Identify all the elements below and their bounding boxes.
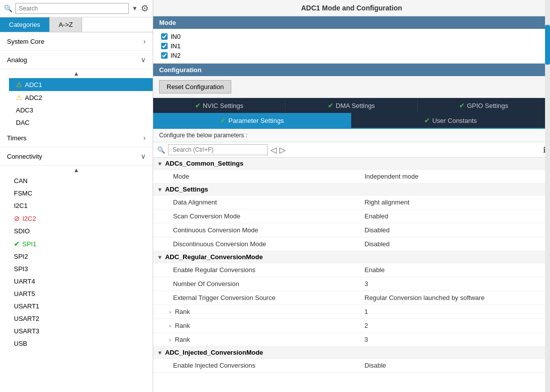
search-params-bar: 🔍 ◁ ▷ ℹ <box>153 142 550 158</box>
analog-collapse-arrow[interactable]: ▲ <box>0 69 153 78</box>
category-connectivity[interactable]: Connectivity ∨ <box>0 147 153 166</box>
param-row-mode: Mode Independent mode <box>153 170 550 184</box>
sidebar-item-usart3[interactable]: USART3 <box>7 325 153 337</box>
param-value-mode: Independent mode <box>361 171 550 182</box>
rank-expand-2[interactable]: › <box>153 323 171 329</box>
param-name-discont-conv: Discontinuous Conversion Mode <box>153 239 361 249</box>
param-value-cont-conv: Disabled <box>361 225 550 235</box>
adc2-label: ADC2 <box>25 94 42 101</box>
tab-parameter-settings[interactable]: ✔ Parameter Settings <box>153 113 352 128</box>
reset-configuration-button[interactable]: Reset Configuration <box>159 80 231 94</box>
category-timers[interactable]: Timers › <box>0 129 153 147</box>
tab-row: Categories A->Z <box>0 17 153 32</box>
tab-nvic-settings[interactable]: ✔ NVIC Settings <box>153 98 285 113</box>
checkbox-in0-input[interactable] <box>161 33 168 40</box>
nav-next-icon[interactable]: ▷ <box>279 145 285 155</box>
group-adc-injected[interactable]: ▼ ADC_Injected_ConversionMode <box>153 347 550 359</box>
sidebar-item-uart5[interactable]: UART5 <box>7 288 153 300</box>
nvic-tab-icon: ✔ <box>195 101 201 109</box>
group-adcs-common[interactable]: ▼ ADCs_Common_Settings <box>153 158 550 170</box>
group-arrow-adcs-common: ▼ <box>157 161 163 167</box>
usb-label: USB <box>14 340 27 347</box>
tabs-bottom-row: ✔ Parameter Settings ✔ User Constants <box>153 113 550 129</box>
group-label-adc-settings: ADC_Settings <box>165 186 208 193</box>
sidebar-item-adc2[interactable]: ⚠ ADC2 <box>9 91 153 104</box>
tab-az[interactable]: A->Z <box>50 17 83 32</box>
tab-categories[interactable]: Categories <box>0 17 50 32</box>
tab-user-constants[interactable]: ✔ User Constants <box>352 113 550 128</box>
connectivity-collapse-arrow[interactable]: ▲ <box>0 166 153 175</box>
tab-dma-settings[interactable]: ✔ DMA Settings <box>285 98 418 113</box>
dac-label: DAC <box>16 119 29 126</box>
category-system-core[interactable]: System Core › <box>0 32 153 51</box>
search-mag-icon: 🔍 <box>157 146 165 154</box>
can-label: CAN <box>14 177 27 185</box>
nav-prev-icon[interactable]: ◁ <box>271 145 276 155</box>
sidebar-item-i2c2[interactable]: ⊘ I2C2 <box>7 212 153 225</box>
params-search-input[interactable] <box>168 144 268 155</box>
param-value-enable-inj: Disable <box>361 360 550 371</box>
sidebar-item-dac[interactable]: DAC <box>9 116 153 129</box>
checkbox-in2-input[interactable] <box>161 52 168 59</box>
param-value-num-conv: 3 <box>361 279 550 289</box>
sidebar-item-uart4[interactable]: UART4 <box>7 275 153 288</box>
gpio-tab-label: GPIO Settings <box>467 102 508 109</box>
rank-expand-3[interactable]: › <box>153 337 171 343</box>
param-name-ext-trigger: External Trigger Conversion Source <box>153 293 361 303</box>
system-core-label: System Core <box>7 38 44 45</box>
sidebar-item-usb[interactable]: USB <box>7 337 153 350</box>
chevron-down-icon: ∨ <box>141 56 146 64</box>
param-value-scan-conv: Enabled <box>361 211 550 221</box>
left-panel: 🔍 ▼ ⚙ Categories A->Z System Core › Anal… <box>0 0 153 392</box>
rank-expand-1[interactable]: › <box>153 309 171 315</box>
right-scrollbar-thumb[interactable] <box>545 25 550 65</box>
param-row-data-align: Data Alignment Right alignment <box>153 196 550 209</box>
spi3-label: SPI3 <box>14 265 28 273</box>
sidebar-item-spi3[interactable]: SPI3 <box>7 263 153 275</box>
rank-value-1: 1 <box>361 306 550 317</box>
right-scrollbar-track <box>545 0 550 392</box>
param-name-cont-conv: Continuous Conversion Mode <box>153 225 361 235</box>
sidebar-item-usart1[interactable]: USART1 <box>7 300 153 312</box>
group-adc-settings[interactable]: ▼ ADC_Settings <box>153 184 550 196</box>
right-panel: ADC1 Mode and Configuration Mode IN0 IN1… <box>153 0 550 392</box>
uart5-label: UART5 <box>14 290 35 297</box>
sidebar-item-can[interactable]: CAN <box>7 175 153 187</box>
user-const-tab-label: User Constants <box>432 117 477 124</box>
param-row-discont-conv: Discontinuous Conversion Mode Disabled <box>153 237 550 251</box>
param-row-enable-reg: Enable Regular Conversions Enable <box>153 263 550 277</box>
mode-section-header: Mode <box>153 16 550 29</box>
tab-gpio-settings[interactable]: ✔ GPIO Settings <box>418 98 550 113</box>
sdio-label: SDIO <box>14 227 30 235</box>
connectivity-sub-items: CAN FSMC I2C1 ⊘ I2C2 SDIO ✔ SPI1 SPI2 <box>0 175 153 350</box>
gear-icon[interactable]: ⚙ <box>141 3 149 14</box>
chevron-right-icon: › <box>143 37 146 45</box>
group-adc-regular[interactable]: ▼ ADC_Regular_ConversionMode <box>153 251 550 263</box>
warn-icon-adc1: ⚠ <box>16 81 22 89</box>
sidebar-item-fsmc[interactable]: FSMC <box>7 187 153 199</box>
checkbox-in1-input[interactable] <box>161 43 168 49</box>
sidebar-item-spi1[interactable]: ✔ SPI1 <box>7 237 153 250</box>
search-bar: 🔍 ▼ ⚙ <box>0 0 153 17</box>
sidebar-item-adc3[interactable]: ADC3 <box>9 104 153 116</box>
param-name-num-conv: Number Of Conversion <box>153 279 361 289</box>
sidebar-item-sdio[interactable]: SDIO <box>7 225 153 237</box>
user-const-tab-icon: ✔ <box>424 116 430 124</box>
category-analog[interactable]: Analog ∨ <box>0 51 153 69</box>
checkbox-in1: IN1 <box>161 42 542 50</box>
analog-sub-items: ⚠ ADC1 ⚠ ADC2 ADC3 DAC <box>0 78 153 129</box>
spi1-label: SPI1 <box>22 240 36 248</box>
search-icon: 🔍 <box>4 4 12 12</box>
uart4-label: UART4 <box>14 278 35 285</box>
param-row-ext-trigger: External Trigger Conversion Source Regul… <box>153 291 550 305</box>
group-label-adc-regular: ADC_Regular_ConversionMode <box>165 253 263 261</box>
sidebar-item-adc1[interactable]: ⚠ ADC1 <box>9 78 153 91</box>
dma-tab-label: DMA Settings <box>336 102 375 109</box>
sidebar-item-i2c1[interactable]: I2C1 <box>7 199 153 212</box>
rank-row-3: › Rank 3 <box>153 333 550 347</box>
sidebar-item-spi2[interactable]: SPI2 <box>7 250 153 263</box>
sidebar-item-usart2[interactable]: USART2 <box>7 312 153 325</box>
warn-icon-adc2: ⚠ <box>16 94 22 101</box>
search-input[interactable] <box>15 3 129 14</box>
rank-row-2: › Rank 2 <box>153 319 550 333</box>
